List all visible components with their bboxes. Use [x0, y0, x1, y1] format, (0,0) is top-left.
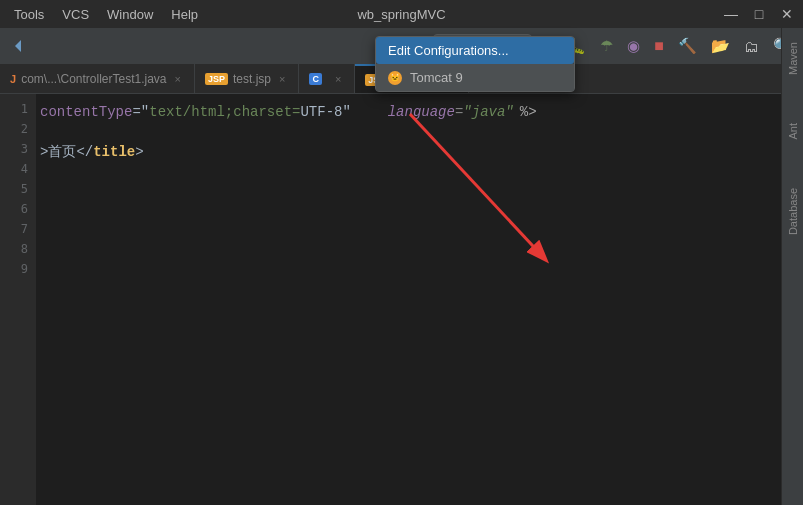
code-line-6	[40, 202, 803, 222]
code-line-4	[40, 162, 803, 182]
coverage-button[interactable]: ☂	[595, 34, 618, 58]
back-button[interactable]	[6, 35, 32, 57]
line-num-9: 9	[0, 262, 36, 282]
editor-area: 1 2 3 4 5 6 7 8 9 contentType="text/html…	[0, 94, 803, 505]
maximize-button[interactable]: □	[749, 6, 769, 22]
menu-vcs[interactable]: VCS	[54, 5, 97, 24]
build-button[interactable]: 🔨	[673, 34, 702, 58]
close-button[interactable]: ✕	[777, 6, 797, 22]
database-panel-label[interactable]: Database	[785, 184, 801, 239]
window-controls: — □ ✕	[721, 6, 797, 22]
tab-testjsp-close[interactable]: ×	[276, 72, 288, 86]
jsp-icon-test: JSP	[205, 73, 228, 85]
code-line-2	[40, 122, 803, 142]
stop-button[interactable]: ■	[649, 34, 669, 58]
tomcat9-config-item[interactable]: 🐱 Tomcat 9	[376, 64, 574, 91]
code-line-9	[40, 262, 803, 282]
css-icon: C	[309, 73, 322, 85]
line-num-1: 1	[0, 102, 36, 122]
menu-tools[interactable]: Tools	[6, 5, 52, 24]
right-panels: Maven Ant Database	[781, 28, 803, 505]
line-num-6: 6	[0, 202, 36, 222]
java-icon: J	[10, 73, 16, 85]
line-num-4: 4	[0, 162, 36, 182]
code-line-7	[40, 222, 803, 242]
menu-window[interactable]: Window	[99, 5, 161, 24]
menubar: Tools VCS Window Help wb_springMVC — □ ✕	[0, 0, 803, 28]
code-line-8	[40, 242, 803, 262]
code-value-contenttype: text/html;charset=	[149, 104, 300, 120]
tab-testjsp[interactable]: JSP test.jsp ×	[195, 64, 299, 94]
edit-configurations-item[interactable]: Edit Configurations...	[376, 37, 574, 64]
line-num-8: 8	[0, 242, 36, 262]
code-tag-title: title	[93, 144, 135, 160]
back-icon	[11, 38, 27, 54]
tomcat9-label: Tomcat 9	[410, 70, 463, 85]
maven-panel-label[interactable]: Maven	[785, 38, 801, 79]
tab-controllertest1-label: com\...\ControllerTest1.java	[21, 72, 166, 86]
line-num-3: 3	[0, 142, 36, 162]
line-num-7: 7	[0, 222, 36, 242]
line-num-5: 5	[0, 182, 36, 202]
tab-css[interactable]: C ×	[299, 64, 355, 94]
tab-controllertest1[interactable]: J com\...\ControllerTest1.java ×	[0, 64, 195, 94]
tomcat9-icon: 🐱	[388, 71, 402, 85]
tab-testjsp-label: test.jsp	[233, 72, 271, 86]
minimize-button[interactable]: —	[721, 6, 741, 22]
code-line-5	[40, 182, 803, 202]
run-config-dropdown: Edit Configurations... 🐱 Tomcat 9	[375, 36, 575, 92]
code-comment-language: language="java"	[371, 104, 514, 120]
line-gutter: 1 2 3 4 5 6 7 8 9	[0, 94, 36, 505]
tab-css-close[interactable]: ×	[332, 72, 344, 86]
code-line-1: contentType="text/html;charset=UTF-8" la…	[40, 102, 803, 122]
code-percent: %>	[520, 104, 537, 120]
toolbar-btn-2[interactable]: 🗂	[739, 35, 764, 58]
menu-help[interactable]: Help	[163, 5, 206, 24]
app-title: wb_springMVC	[357, 7, 445, 22]
profile-button[interactable]: ◉	[622, 34, 645, 58]
code-line-3: >首页</title>	[40, 142, 803, 162]
ant-panel-label[interactable]: Ant	[785, 119, 801, 144]
svg-marker-0	[15, 40, 21, 52]
edit-configurations-label: Edit Configurations...	[388, 43, 509, 58]
tab-controllertest1-close[interactable]: ×	[172, 72, 184, 86]
code-attr-contenttype: contentType	[40, 104, 132, 120]
line-num-2: 2	[0, 122, 36, 142]
toolbar-btn-1[interactable]: 📂	[706, 34, 735, 58]
